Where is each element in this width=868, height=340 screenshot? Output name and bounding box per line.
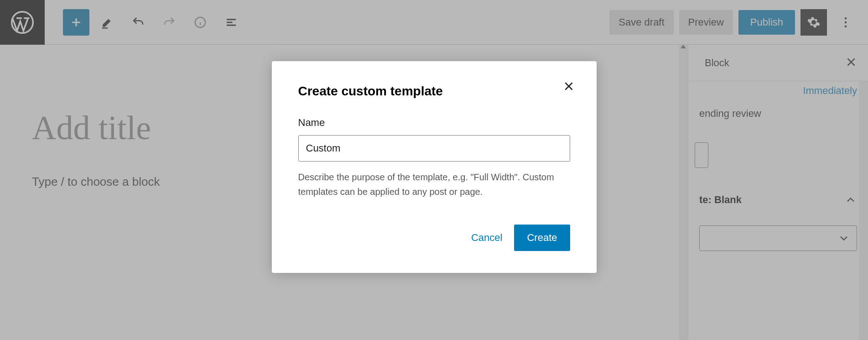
modal-actions: Cancel Create [298,225,570,251]
create-button[interactable]: Create [514,225,570,251]
name-help-text: Describe the purpose of the template, e.… [298,170,570,199]
create-template-modal: Create custom template Name Describe the… [272,61,597,273]
template-name-input[interactable] [298,135,570,162]
cancel-button[interactable]: Cancel [471,232,502,244]
modal-title: Create custom template [298,84,570,99]
close-modal-button[interactable] [563,80,575,94]
modal-overlay: Create custom template Name Describe the… [0,0,868,340]
name-field-label: Name [298,117,570,129]
